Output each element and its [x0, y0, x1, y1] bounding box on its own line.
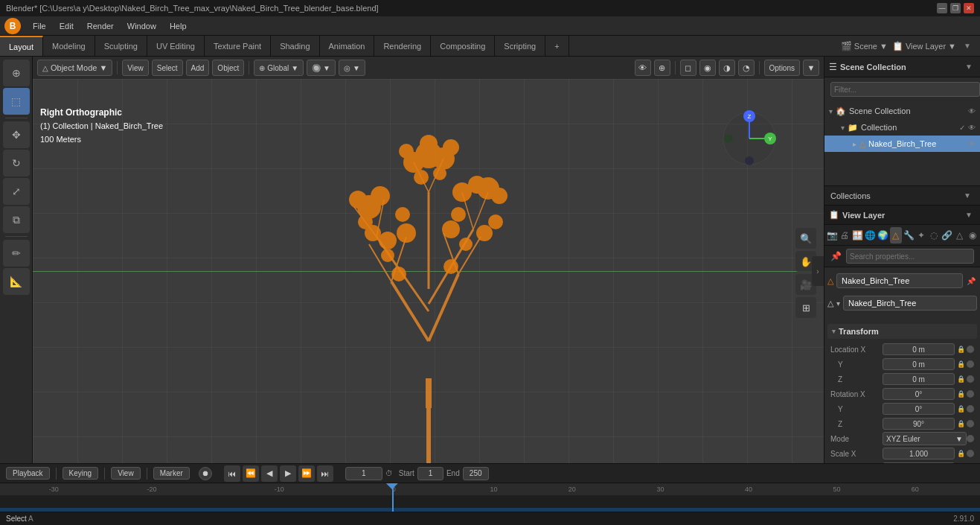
tab-modifier[interactable]: 🔧 [903, 227, 915, 244]
maximize-button[interactable]: ❐ [950, 3, 961, 13]
tool-transform[interactable]: ⧉ [3, 206, 30, 233]
location-x-lock[interactable]: 🔒 [955, 343, 967, 355]
step-forward[interactable]: ⏩ [298, 465, 315, 482]
scene-selector[interactable]: 🎬 Scene ▼ [841, 41, 888, 51]
marker-menu[interactable]: Marker [153, 467, 190, 480]
add-menu[interactable]: Add [186, 60, 210, 76]
object-menu[interactable]: Object [212, 60, 244, 76]
rotation-x-lock[interactable]: 🔒 [955, 388, 967, 400]
material-mode[interactable]: ◑ [719, 60, 735, 76]
tab-uv-editing[interactable]: UV Editing [147, 36, 205, 56]
tool-cursor[interactable]: ⊕ [3, 60, 30, 86]
wireframe-mode[interactable]: ◻ [680, 60, 696, 76]
properties-search-input[interactable] [846, 249, 974, 264]
menu-help[interactable]: Help [164, 20, 193, 32]
outliner-search-input[interactable] [830, 82, 980, 97]
outliner-filter-icon[interactable]: ▼ [962, 60, 976, 74]
collections-filter[interactable]: ▼ [961, 189, 974, 203]
end-frame-input[interactable] [463, 467, 489, 480]
object-mode-dropdown[interactable]: △ Object Mode ▼ [37, 60, 112, 76]
rotation-z-keyframe[interactable] [967, 420, 974, 427]
menu-render[interactable]: Render [81, 20, 120, 32]
grid-icon[interactable]: ⊞ [795, 297, 816, 318]
tab-scripting[interactable]: Scripting [495, 36, 545, 56]
tool-scale[interactable]: ⤢ [3, 178, 30, 205]
playback-menu[interactable]: Playback [6, 467, 50, 480]
tab-object[interactable]: △ [890, 227, 902, 244]
options-menu[interactable]: Options [764, 60, 800, 76]
blender-logo[interactable]: B [4, 18, 21, 34]
tab-material[interactable]: ◉ [967, 227, 979, 244]
rotation-y-lock[interactable]: 🔒 [955, 403, 967, 415]
rotation-x-keyframe[interactable] [967, 390, 974, 398]
tab-render[interactable]: 📷 [826, 227, 838, 244]
jump-to-start[interactable]: ⏮ [224, 465, 240, 482]
zoom-in-icon[interactable]: 🔍 [795, 228, 816, 249]
menu-edit[interactable]: Edit [54, 20, 80, 32]
viewport-canvas[interactable]: Right Orthographic (1) Collection | Nake… [33, 79, 824, 463]
filter-icon[interactable]: ▼ [961, 39, 974, 53]
menu-file[interactable]: File [27, 20, 52, 32]
outliner-object-birch[interactable]: ▸ △ Naked_Birch_Tree 👁 [824, 136, 980, 152]
location-x-keyframe[interactable] [967, 346, 974, 353]
gizmo-toggle[interactable]: ⊕ [654, 60, 670, 76]
current-frame-input[interactable] [345, 467, 382, 480]
transform-section-header[interactable]: ▾ Transform [827, 324, 977, 339]
tool-annotate[interactable]: ✏ [3, 240, 30, 267]
rotation-y-input[interactable]: 0° [883, 403, 955, 415]
tab-constraints[interactable]: 🔗 [941, 227, 953, 244]
scale-x-keyframe[interactable] [967, 450, 974, 457]
collection-checkbox[interactable]: ✓ [959, 124, 965, 132]
tab-physics[interactable]: ◌ [928, 227, 940, 244]
data-name-field[interactable]: Naked_Birch_Tree [843, 296, 977, 311]
location-y-input[interactable]: 0 m [883, 358, 955, 370]
start-frame-input[interactable] [417, 467, 443, 480]
select-menu[interactable]: Select [152, 60, 183, 76]
location-z-input[interactable]: 0 m [883, 373, 955, 385]
tab-compositing[interactable]: Compositing [431, 36, 495, 56]
view-layer-selector[interactable]: 📋 View Layer ▼ [892, 41, 956, 51]
mode-keyframe[interactable] [967, 435, 974, 442]
tool-measure[interactable]: 📐 [3, 268, 30, 295]
tool-move[interactable]: ✥ [3, 121, 30, 148]
location-y-keyframe[interactable] [967, 360, 974, 368]
overlay-toggle[interactable]: 👁 [635, 60, 651, 76]
rotation-y-keyframe[interactable] [967, 405, 974, 413]
tab-sculpting[interactable]: Sculpting [95, 36, 147, 56]
tab-shading[interactable]: Shading [271, 36, 319, 56]
tab-world[interactable]: 🌍 [877, 227, 889, 244]
menu-window[interactable]: Window [121, 20, 162, 32]
minimize-button[interactable]: — [937, 3, 947, 13]
solid-mode[interactable]: ◉ [699, 60, 716, 76]
collection-visibility[interactable]: 👁 [968, 124, 976, 132]
scale-x-lock[interactable]: 🔒 [955, 448, 967, 459]
tab-data[interactable]: △ [954, 227, 966, 244]
tab-layout[interactable]: Layout [0, 36, 43, 56]
snap-dropdown[interactable]: 🔘 ▼ [307, 60, 336, 76]
rotation-z-lock[interactable]: 🔒 [955, 418, 967, 430]
view-menu-timeline[interactable]: View [111, 467, 141, 480]
transform-dropdown[interactable]: ⊕ Global ▼ [254, 60, 304, 76]
window-controls[interactable]: — ❐ ✕ [937, 3, 974, 13]
panel-collapse-button[interactable]: › [812, 256, 824, 286]
tab-scene[interactable]: 🌐 [865, 227, 877, 244]
outliner-collection[interactable]: ▾ 📁 Collection ✓ 👁 [824, 119, 980, 136]
tab-modeling[interactable]: Modeling [43, 36, 95, 56]
jump-to-end[interactable]: ⏭ [317, 465, 333, 482]
pin-to-properties[interactable]: 📌 [966, 274, 977, 287]
outliner-scene-collection[interactable]: ▾ 🏠 Scene Collection 👁 [824, 103, 980, 119]
rendered-mode[interactable]: ◔ [738, 60, 755, 76]
close-button[interactable]: ✕ [964, 3, 974, 13]
object-visibility[interactable]: 👁 [968, 140, 976, 148]
tab-animation[interactable]: Animation [320, 36, 375, 56]
tool-select[interactable]: ⬚ [3, 88, 30, 115]
play-reverse[interactable]: ◀ [261, 465, 278, 482]
tab-texture-paint[interactable]: Texture Paint [205, 36, 271, 56]
navigation-gizmo[interactable]: Z Y [720, 109, 779, 168]
pin-icon[interactable]: 📌 [830, 251, 842, 261]
scale-x-input[interactable]: 1.000 [883, 448, 955, 459]
tab-output[interactable]: 🖨 [839, 227, 851, 244]
tab-rendering[interactable]: Rendering [374, 36, 431, 56]
record-button[interactable]: ⏺ [199, 467, 212, 480]
play-forward[interactable]: ▶ [280, 465, 296, 482]
